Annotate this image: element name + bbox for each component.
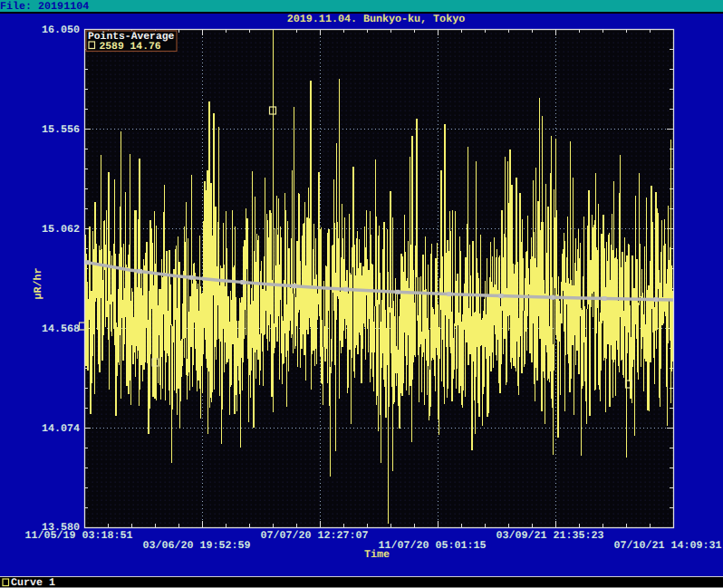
svg-text:03/09/21 21:35:23: 03/09/21 21:35:23	[496, 529, 603, 542]
svg-text:File: 20191104: File: 20191104	[0, 0, 89, 13]
svg-text:15.556: 15.556	[42, 123, 80, 136]
svg-text:14.074: 14.074	[42, 422, 80, 435]
svg-text:16.050: 16.050	[42, 24, 80, 36]
svg-text:Curve 1: Curve 1	[11, 576, 55, 588]
svg-text:Time: Time	[364, 548, 390, 561]
svg-text:11/05/19 03:18:51: 11/05/19 03:18:51	[24, 529, 132, 542]
svg-text:14.568: 14.568	[42, 323, 80, 335]
svg-text:2589 14.76: 2589 14.76	[100, 42, 161, 53]
svg-text:11/07/20 05:01:15: 11/07/20 05:01:15	[378, 539, 486, 552]
svg-text:07/10/21 14:09:31: 07/10/21 14:09:31	[613, 539, 721, 552]
svg-text:2019.11.04. Bunkyo-ku, Tokyo: 2019.11.04. Bunkyo-ku, Tokyo	[287, 13, 465, 25]
svg-text:μR/hr: μR/hr	[32, 267, 44, 299]
svg-text:15.062: 15.062	[42, 223, 80, 236]
svg-text:03/06/20 19:52:59: 03/06/20 19:52:59	[142, 539, 250, 552]
svg-text:07/07/20 12:27:07: 07/07/20 12:27:07	[260, 529, 368, 542]
